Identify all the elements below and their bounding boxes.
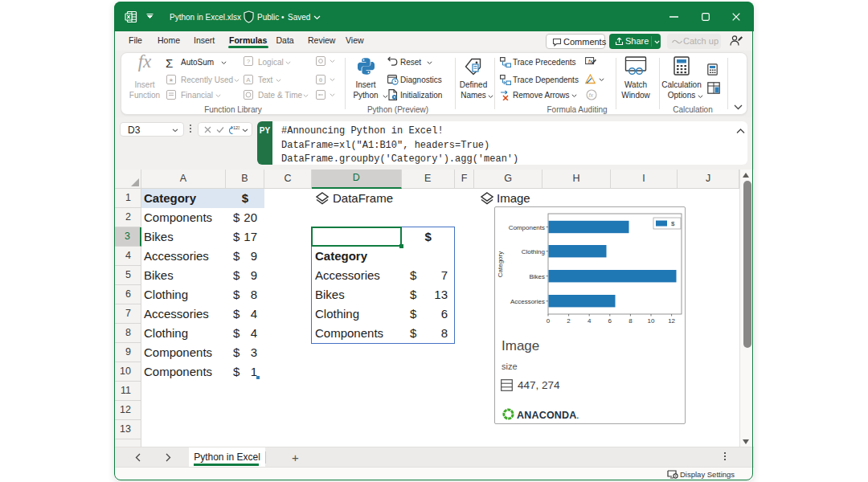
svg-text:Components: Components (509, 224, 545, 231)
svg-text:fx: fx (589, 92, 594, 98)
svg-text:Clothing: Clothing (522, 248, 545, 255)
svg-text:★: ★ (169, 77, 174, 83)
svg-text:Accessories: Accessories (510, 298, 545, 305)
svg-text:6: 6 (608, 317, 612, 325)
svg-text:123: 123 (233, 125, 240, 129)
svg-text:A: A (246, 76, 251, 84)
svg-text:Bikes: Bikes (529, 273, 545, 280)
svg-text:8: 8 (628, 317, 633, 325)
svg-text:2: 2 (567, 317, 571, 325)
svg-text:$: $ (671, 220, 675, 227)
svg-text:Category: Category (497, 251, 504, 277)
svg-text:4: 4 (588, 317, 592, 325)
svg-text:?: ? (247, 58, 251, 65)
svg-text:12: 12 (668, 317, 675, 325)
svg-text:θ: θ (319, 76, 323, 84)
svg-text:0: 0 (547, 317, 551, 325)
svg-text:10: 10 (648, 317, 655, 325)
